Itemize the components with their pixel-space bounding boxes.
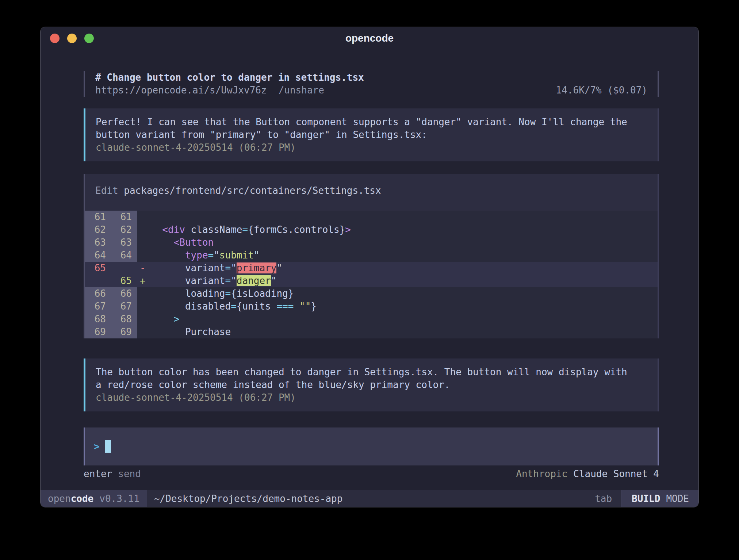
- code-segment: className: [185, 224, 242, 235]
- diff-line-number-new: 64: [111, 249, 137, 262]
- diff-marker: [137, 249, 151, 262]
- assistant-message: The button color has been changed to dan…: [84, 358, 659, 411]
- code-segment: =: [225, 262, 231, 273]
- enter-key-hint: enter: [84, 468, 112, 480]
- code-segment: ": [231, 262, 237, 273]
- message-text-line: button variant from "primary" to "danger…: [96, 129, 647, 141]
- assistant-message: Perfect! I can see that the Button compo…: [84, 108, 659, 161]
- diff-row: 6969 Purchase: [85, 326, 658, 338]
- app-name-open: open: [48, 493, 71, 504]
- app-name-code: code: [71, 493, 94, 504]
- diff-row: 6464 type="submit": [85, 249, 658, 262]
- send-hint-label: send: [118, 468, 141, 480]
- code-segment: <div: [162, 224, 185, 235]
- diff-marker: [137, 313, 151, 326]
- code-segment: [151, 237, 174, 248]
- code-segment: Purchase: [151, 326, 231, 337]
- code-segment: ": [271, 275, 277, 286]
- session-title: # Change button color to danger in setti…: [95, 71, 647, 84]
- diff-row: 6262 <div className={formCs.controls}>: [85, 223, 658, 236]
- code-segment: }: [311, 301, 317, 312]
- edit-tool-block: Edit packages/frontend/src/containers/Se…: [84, 174, 659, 338]
- diff-line-number-new: 63: [111, 236, 137, 249]
- code-segment: {units: [237, 301, 277, 312]
- diff-line-number-old: 68: [85, 313, 111, 326]
- code-segment: =: [225, 288, 231, 299]
- diff-row: 6767 disabled={units === ""}: [85, 300, 658, 313]
- diff-row: 65- variant="primary": [85, 262, 658, 275]
- token-cost-stats: 14.6K/7% ($0.07): [556, 84, 647, 97]
- diff-row: 6666 loading={isLoading}: [85, 287, 658, 300]
- code-segment: danger: [237, 275, 271, 286]
- diff-line-number-old: [85, 275, 111, 287]
- app-version: v0.3.11: [99, 493, 139, 504]
- code-segment: "": [299, 301, 311, 312]
- diff-code-line: disabled={units === ""}: [151, 300, 317, 313]
- message-meta: claude-sonnet-4-20250514 (06:27 PM): [96, 391, 647, 404]
- code-segment: {isLoading}: [231, 288, 294, 299]
- code-segment: [151, 224, 162, 235]
- diff-row: 6868 >: [85, 313, 658, 326]
- diff-code-line: variant="primary": [151, 262, 282, 275]
- share-url: https://opencode.ai/s/UwJxv76z: [95, 84, 267, 97]
- diff-line-number-new: 68: [111, 313, 137, 326]
- diff-code-line: type="submit": [151, 249, 259, 262]
- minimize-button[interactable]: [67, 34, 77, 43]
- diff-marker: [137, 287, 151, 300]
- diff-line-number-old: 63: [85, 236, 111, 249]
- code-segment: loading: [151, 288, 225, 299]
- diff-line-number-new: 61: [111, 211, 137, 223]
- diff-code-line: <div className={formCs.controls}>: [151, 223, 351, 236]
- message-meta: claude-sonnet-4-20250514 (06:27 PM): [96, 141, 647, 154]
- diff-code-line: Purchase: [151, 326, 231, 338]
- diff-line-number-new: 66: [111, 287, 137, 300]
- diff-row: 6363 <Button: [85, 236, 658, 249]
- maximize-button[interactable]: [84, 34, 94, 43]
- diff-marker: [137, 236, 151, 249]
- code-segment: =: [225, 275, 231, 286]
- code-segment: ": [254, 250, 260, 261]
- code-segment: disabled: [151, 301, 231, 312]
- close-button[interactable]: [50, 34, 60, 43]
- diff-marker: [137, 211, 151, 223]
- diff-code-line: >: [151, 313, 179, 326]
- edit-file-path: packages/frontend/src/containers/Setting…: [124, 185, 381, 196]
- diff: 61616262 <div className={formCs.controls…: [85, 211, 658, 338]
- code-segment: variant: [151, 275, 225, 286]
- mode-suffix: MODE: [666, 493, 689, 504]
- working-directory: ~/Desktop/Projects/demo-notes-app: [154, 490, 343, 507]
- diff-marker: [137, 223, 151, 236]
- edit-header: Edit packages/frontend/src/containers/Se…: [85, 184, 658, 197]
- model-name: Claude Sonnet 4: [573, 468, 659, 480]
- prompt-symbol: >: [94, 440, 100, 453]
- code-segment: =: [242, 224, 248, 235]
- diff-code-line: <Button: [151, 236, 214, 249]
- mode-name: BUILD: [632, 493, 660, 504]
- code-segment: ": [214, 250, 219, 261]
- code-segment: >: [345, 224, 351, 235]
- diff-marker: [137, 300, 151, 313]
- unshare-command: /unshare: [279, 84, 324, 97]
- diff-line-number-old: 62: [85, 223, 111, 236]
- traffic-lights: [50, 34, 94, 43]
- code-segment: {formCs.controls}: [248, 224, 345, 235]
- code-segment: >: [174, 314, 180, 325]
- status-bar: opencodev0.3.11 ~/Desktop/Projects/demo-…: [41, 490, 698, 507]
- diff-line-number-new: 62: [111, 223, 137, 236]
- diff-line-number-new: 69: [111, 326, 137, 338]
- prompt-input[interactable]: >: [84, 427, 659, 465]
- code-segment: [151, 314, 174, 325]
- diff-marker: -: [137, 262, 151, 275]
- mode-chip: BUILDMODE: [621, 490, 698, 507]
- code-segment: ===: [276, 301, 294, 312]
- code-segment: ": [231, 275, 237, 286]
- diff-line-number-new: [111, 262, 137, 275]
- window-title: opencode: [345, 32, 394, 44]
- code-segment: submit: [219, 250, 254, 261]
- diff-line-number-old: 67: [85, 300, 111, 313]
- diff-line-number-old: 66: [85, 287, 111, 300]
- text-cursor: [105, 440, 111, 453]
- diff-marker: [137, 326, 151, 338]
- titlebar: opencode: [41, 27, 698, 50]
- edit-tool-label: Edit: [95, 185, 124, 196]
